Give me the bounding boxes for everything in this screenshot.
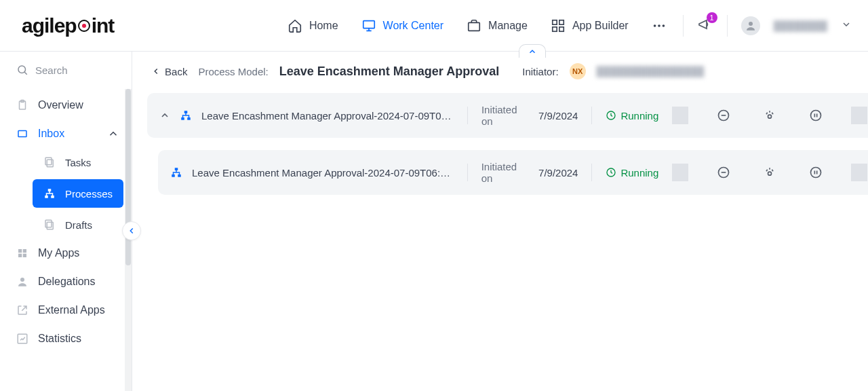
cancel-button[interactable] <box>709 109 738 122</box>
avatar[interactable] <box>741 16 760 35</box>
divider <box>591 107 592 124</box>
user-icon <box>745 20 757 32</box>
sidebar-item-statistics[interactable]: Statistics <box>0 324 132 353</box>
clock-icon <box>606 110 616 121</box>
process-model-name: Leave Encashment Manager Approval <box>279 64 499 79</box>
main-nav: Home Work Center Manage App Builder <box>288 18 667 33</box>
copy-icon <box>43 156 56 168</box>
nav-manage-label: Manage <box>488 20 528 32</box>
svg-point-12 <box>18 66 26 73</box>
eye-icon <box>763 109 776 122</box>
svg-rect-16 <box>47 160 53 167</box>
notifications-button[interactable]: 1 <box>697 16 713 35</box>
sidebar-item-inbox[interactable]: Inbox <box>0 119 132 148</box>
initiated-date: 7/9/2024 <box>538 167 578 179</box>
sidebar-item-processes[interactable]: Processes <box>33 179 123 208</box>
more-icon <box>652 18 667 33</box>
nav-manage[interactable]: Manage <box>467 18 528 33</box>
svg-rect-30 <box>184 111 188 113</box>
row-actions <box>668 164 868 181</box>
search-input[interactable]: Search <box>0 61 132 86</box>
back-button[interactable]: Back <box>151 66 187 77</box>
copy-icon <box>43 219 56 231</box>
sidebar-label: Drafts <box>65 219 92 231</box>
nav-more[interactable] <box>652 18 667 33</box>
logo-text-pre: agilep <box>22 14 77 37</box>
divider <box>591 164 592 181</box>
divider <box>672 164 688 181</box>
svg-point-45 <box>768 172 772 175</box>
divider <box>467 107 468 124</box>
pause-button[interactable] <box>801 109 831 122</box>
nav-home[interactable]: Home <box>288 18 338 33</box>
process-row[interactable]: Leave Encashment Manager Approval-2024-0… <box>158 150 868 195</box>
sidebar-label: Overview <box>38 99 83 111</box>
process-name: Leave Encashment Manager Approval-2024-0… <box>192 167 454 179</box>
nav-right: 1 ████████ <box>683 15 852 37</box>
briefcase-icon <box>467 18 481 33</box>
svg-point-46 <box>811 168 821 178</box>
eye-icon <box>763 166 776 179</box>
chart-icon <box>16 333 28 345</box>
view-button[interactable] <box>755 166 785 179</box>
row-toggle[interactable] <box>159 110 170 121</box>
monitor-icon <box>361 18 376 33</box>
expand-panel-button[interactable] <box>519 44 546 58</box>
initiated-label: Initiated on <box>481 161 529 184</box>
clock-icon <box>606 167 616 178</box>
notification-badge: 1 <box>707 12 717 23</box>
sidebar-label: Delegations <box>38 276 96 288</box>
process-rows: Leave Encashment Manager Approval-2024-0… <box>132 88 868 200</box>
process-name: Leave Encashment Manager Approval-2024-0… <box>201 110 454 122</box>
view-button[interactable] <box>755 109 785 122</box>
svg-rect-5 <box>559 20 564 24</box>
svg-rect-25 <box>18 254 22 257</box>
pause-button[interactable] <box>801 166 831 179</box>
svg-rect-4 <box>553 20 557 24</box>
sidebar-items: Overview Inbox Tasks Processes <box>0 86 132 388</box>
divider <box>727 15 728 37</box>
svg-rect-2 <box>363 20 374 28</box>
sidebar-label: Processes <box>65 188 113 200</box>
initiated-date: 7/9/2024 <box>538 110 578 122</box>
sidebar-item-my-apps[interactable]: My Apps <box>0 239 132 267</box>
cancel-button[interactable] <box>709 166 738 179</box>
initiator-avatar-chip: NX <box>570 63 586 79</box>
search-placeholder: Search <box>35 64 68 76</box>
sidebar-item-tasks[interactable]: Tasks <box>16 148 132 176</box>
svg-rect-3 <box>469 22 480 31</box>
sidebar-item-drafts[interactable]: Drafts <box>16 210 132 239</box>
external-link-icon <box>16 304 28 316</box>
status-text: Running <box>620 167 658 179</box>
initiator-name: ████████████████ <box>597 66 705 77</box>
nav-work-center[interactable]: Work Center <box>361 18 444 33</box>
nav-app-builder[interactable]: App Builder <box>551 18 629 33</box>
inbox-icon <box>16 128 28 140</box>
status-badge: Running <box>606 167 658 179</box>
sidebar-item-external-apps[interactable]: External Apps <box>0 296 132 324</box>
svg-rect-31 <box>181 117 184 120</box>
status-text: Running <box>620 110 658 122</box>
content: Back Process Model: Leave Encashment Man… <box>132 52 868 391</box>
svg-point-27 <box>20 278 24 282</box>
svg-rect-23 <box>18 249 22 253</box>
user-menu-toggle[interactable] <box>841 19 852 33</box>
divider <box>467 164 468 181</box>
svg-rect-32 <box>187 117 191 120</box>
svg-rect-40 <box>175 168 178 170</box>
sidebar-label: Inbox <box>38 128 64 140</box>
status-badge: Running <box>606 110 658 122</box>
topbar: agilep int Home Work Center Manage App B… <box>0 0 868 52</box>
username: ████████ <box>774 20 827 31</box>
svg-rect-15 <box>18 131 26 137</box>
sidebar-item-delegations[interactable]: Delegations <box>0 267 132 296</box>
sidebar-label: External Apps <box>38 304 105 316</box>
pause-icon <box>809 166 823 179</box>
chevron-up-icon <box>159 110 170 121</box>
sidebar-item-overview[interactable]: Overview <box>0 91 132 119</box>
chevron-up-icon <box>107 128 119 140</box>
cancel-icon <box>717 109 730 122</box>
divider <box>851 164 867 181</box>
process-row[interactable]: Leave Encashment Manager Approval-2024-0… <box>147 93 868 138</box>
svg-rect-17 <box>45 157 52 165</box>
